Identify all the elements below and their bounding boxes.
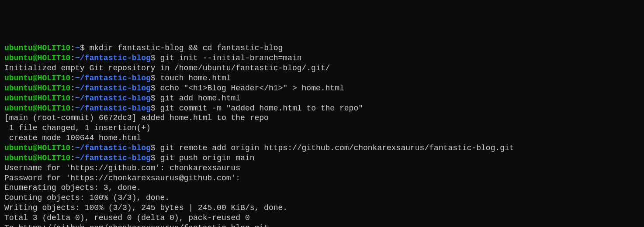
prompt-colon: : (70, 54, 75, 62)
prompt-colon: : (70, 144, 75, 152)
output-line: create mode 100644 home.html (4, 133, 640, 143)
terminal-line: ubuntu@HOLIT10:~/fantastic-blog$ git com… (4, 103, 640, 114)
prompt-path: ~/fantastic-blog (75, 54, 151, 62)
prompt-path: ~/fantastic-blog (75, 74, 151, 83)
prompt-host: HOLIT10 (38, 54, 71, 62)
prompt-host: HOLIT10 (38, 84, 71, 93)
terminal-line: ubuntu@HOLIT10:~/fantastic-blog$ touch h… (4, 73, 640, 83)
terminal-line: ubuntu@HOLIT10:~/fantastic-blog$ git add… (4, 93, 640, 103)
terminal-line: ubuntu@HOLIT10:~$ mkdir fantastic-blog &… (4, 43, 640, 53)
prompt-user: ubuntu (4, 44, 33, 52)
prompt-dollar: $ (151, 84, 156, 93)
terminal-window[interactable]: ubuntu@HOLIT10:~$ mkdir fantastic-blog &… (4, 43, 640, 227)
prompt-colon: : (70, 154, 75, 162)
command-text: git remote add origin https://github.com… (156, 144, 514, 152)
prompt-path: ~ (75, 44, 80, 52)
prompt-host: HOLIT10 (38, 104, 71, 113)
output-line: [main (root-commit) 6672dc3] added home.… (4, 113, 640, 123)
prompt-host: HOLIT10 (38, 44, 71, 52)
command-text: git add home.html (156, 94, 240, 103)
prompt-at: @ (33, 154, 38, 162)
prompt-colon: : (70, 94, 75, 103)
terminal-line: ubuntu@HOLIT10:~/fantastic-blog$ echo "<… (4, 83, 640, 93)
terminal-line: ubuntu@HOLIT10:~/fantastic-blog$ git rem… (4, 143, 640, 153)
command-text: touch home.html (156, 74, 231, 83)
prompt-dollar: $ (80, 44, 85, 52)
output-line: Password for 'https://chonkarexsaurus@gi… (4, 173, 640, 183)
prompt-host: HOLIT10 (38, 74, 71, 83)
prompt-at: @ (33, 74, 38, 83)
prompt-colon: : (70, 104, 75, 113)
output-line: Initialized empty Git repository in /hom… (4, 63, 640, 73)
prompt-path: ~/fantastic-blog (75, 144, 151, 152)
prompt-at: @ (33, 104, 38, 113)
prompt-path: ~/fantastic-blog (75, 104, 151, 113)
prompt-user: ubuntu (4, 54, 33, 62)
prompt-user: ubuntu (4, 154, 33, 162)
terminal-line: ubuntu@HOLIT10:~/fantastic-blog$ git pus… (4, 153, 640, 163)
prompt-user: ubuntu (4, 144, 33, 152)
prompt-user: ubuntu (4, 104, 33, 113)
prompt-dollar: $ (151, 74, 156, 83)
prompt-colon: : (70, 84, 75, 93)
prompt-path: ~/fantastic-blog (75, 94, 151, 103)
prompt-host: HOLIT10 (38, 144, 71, 152)
prompt-dollar: $ (151, 104, 156, 113)
prompt-at: @ (33, 94, 38, 103)
output-line: 1 file changed, 1 insertion(+) (4, 123, 640, 133)
output-line: Counting objects: 100% (3/3), done. (4, 193, 640, 203)
command-text: echo "<h1>Blog Header</h1>" > home.html (156, 84, 344, 93)
output-line: Enumerating objects: 3, done. (4, 183, 640, 193)
prompt-at: @ (33, 144, 38, 152)
prompt-dollar: $ (151, 154, 156, 162)
command-text: git push origin main (156, 154, 255, 162)
output-line: To https://github.com/chonkarexsaurus/fa… (4, 223, 640, 227)
output-line: Writing objects: 100% (3/3), 245 bytes |… (4, 203, 640, 213)
prompt-path: ~/fantastic-blog (75, 154, 151, 162)
prompt-dollar: $ (151, 54, 156, 62)
terminal-line: ubuntu@HOLIT10:~/fantastic-blog$ git ini… (4, 53, 640, 63)
prompt-dollar: $ (151, 94, 156, 103)
prompt-user: ubuntu (4, 74, 33, 83)
command-text: git init --initial-branch=main (156, 54, 302, 62)
command-text: git commit -m "added home.html to the re… (156, 104, 363, 113)
prompt-at: @ (33, 84, 38, 93)
prompt-host: HOLIT10 (38, 94, 71, 103)
output-line: Username for 'https://github.com': chonk… (4, 163, 640, 173)
prompt-host: HOLIT10 (38, 154, 71, 162)
prompt-colon: : (70, 44, 75, 52)
prompt-user: ubuntu (4, 84, 33, 93)
prompt-path: ~/fantastic-blog (75, 84, 151, 93)
prompt-user: ubuntu (4, 94, 33, 103)
output-line: Total 3 (delta 0), reused 0 (delta 0), p… (4, 213, 640, 223)
prompt-dollar: $ (151, 144, 156, 152)
command-text: mkdir fantastic-blog && cd fantastic-blo… (85, 44, 283, 52)
prompt-at: @ (33, 44, 38, 52)
prompt-at: @ (33, 54, 38, 62)
prompt-colon: : (70, 74, 75, 83)
